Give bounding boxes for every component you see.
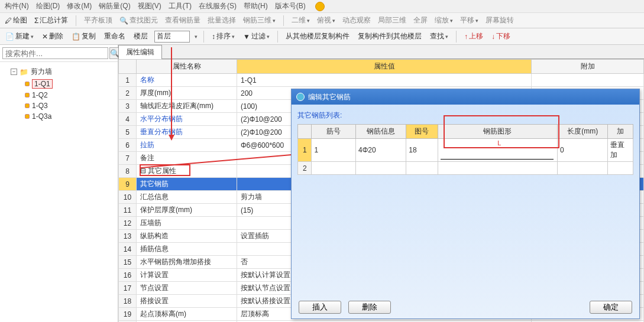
tb-2d[interactable]: 二维 ▾ [290,15,311,25]
tb-find[interactable]: 🔍 查找图元 [118,15,159,25]
tb-viewrebar[interactable]: 查看钢筋量 [164,15,202,25]
tree-item-q1[interactable]: 1-Q1 [2,78,115,90]
dot-icon [25,93,30,97]
menu-help[interactable]: 帮助(H) [244,1,268,11]
dlg-col-num [298,125,312,139]
tb-rename[interactable]: 重命名 [102,31,127,41]
insert-button[interactable]: 插入 [299,301,341,314]
search-input[interactable] [2,47,108,59]
menu-tools[interactable]: 工具(T) [169,1,192,11]
face-icon[interactable] [315,2,325,11]
rebar-row[interactable]: 2 [298,162,633,175]
ok-button[interactable]: 确定 [590,301,632,314]
tb-filter[interactable]: ▼ 过滤 ▾ [241,31,271,41]
app-icon [296,93,305,101]
menu-rebar[interactable]: 钢筋量(Q) [99,1,130,11]
menu-version[interactable]: 版本号(B) [275,1,306,11]
dlg-col-fig: 图号 [406,125,438,139]
floor-label: 楼层 [132,31,150,41]
dlg-col-code: 筋号 [312,125,356,139]
tb-delete[interactable]: ✕ 删除 [40,31,65,41]
menu-modify[interactable]: 修改(M) [67,1,92,11]
tb-dyn[interactable]: 动态观察 [341,15,372,25]
menu-component[interactable]: 构件(N) [5,1,29,11]
rebar-table: 筋号 钢筋信息 图号 钢筋图形 长度(mm) 加 114Φ2018L0垂直加2 [297,124,633,175]
tb-top[interactable]: 俯视 ▾ [316,15,336,25]
tb-batch[interactable]: 批量选择 [206,15,237,25]
tb-level[interactable]: 平齐板顶 [83,15,114,25]
rebar-list-label: 其它钢筋列表: [297,110,633,121]
dlg-col-shape: 钢筋图形 [438,125,558,139]
tb-new[interactable]: 📄 新建 ▾ [4,31,35,41]
dot-icon [25,103,30,108]
menu-draw[interactable]: 绘图(D) [36,1,60,11]
tb-rebar3d[interactable]: 钢筋三维 ▾ [242,15,277,25]
property-row[interactable]: 1名称1-Q1 [119,74,644,87]
minus-icon[interactable]: − [11,69,17,75]
menu-online[interactable]: 在线服务(S) [199,1,237,11]
tb-sum[interactable]: Σ 汇总计算 [33,15,69,25]
tb-copy[interactable]: 📋 复制 [70,31,98,41]
tb-up[interactable]: ↑ 上移 [462,31,485,41]
tb-sort[interactable]: ↕ 排序 ▾ [210,31,237,41]
edit-other-rebar-dialog: 编辑其它钢筋 其它钢筋列表: 筋号 钢筋信息 图号 钢筋图形 长度(mm) 加 … [291,89,640,319]
menu-view[interactable]: 视图(V) [138,1,161,11]
component-tree-panel: 🔍 − 📁 剪力墙 1-Q1 1-Q2 1-Q3 1-Q3a [0,45,118,322]
tb-full[interactable]: 全屏 [412,15,429,25]
dlg-col-ext: 加 [608,125,633,139]
col-extra: 附加 [532,60,644,74]
dot-icon [25,114,30,119]
tb-draw[interactable]: 🖊 绘图 [4,15,28,25]
dlg-col-info: 钢筋信息 [356,125,406,139]
rebar-row[interactable]: 114Φ2018L0垂直加 [298,139,633,162]
tb-copyto[interactable]: 复制构件到其他楼层 [356,31,423,41]
folder-icon: 📁 [20,68,28,76]
menu-bar: 构件(N) 绘图(D) 修改(M) 钢筋量(Q) 视图(V) 工具(T) 在线服… [0,0,644,13]
tree-root[interactable]: − 📁 剪力墙 [2,66,115,78]
toolbar-edit: 📄 新建 ▾ ✕ 删除 📋 复制 重命名 楼层 首层▾ ↕ 排序 ▾ ▼ 过滤 … [0,28,644,45]
dialog-title-bar[interactable]: 编辑其它钢筋 [292,89,639,105]
tb-rotate[interactable]: 屏幕旋转 [484,15,515,25]
tree-item-q3[interactable]: 1-Q3 [2,100,115,111]
tab-properties[interactable]: 属性编辑 [118,45,162,59]
tb-copyfrom[interactable]: 从其他楼层复制构件 [284,31,351,41]
col-value: 属性值 [237,60,532,74]
tb-search[interactable]: 查找 ▾ [428,31,450,41]
tree-item-q3a[interactable]: 1-Q3a [2,111,115,122]
tb-local3d[interactable]: 局部三维 [377,15,407,25]
tree-item-q2[interactable]: 1-Q2 [2,90,115,100]
tb-down[interactable]: ↓ 下移 [490,31,512,41]
col-num [119,60,137,74]
floor-select[interactable]: 首层 [154,31,190,43]
delete-button[interactable]: 删除 [348,301,391,314]
tb-zoom[interactable]: 缩放 ▾ [433,15,454,25]
tb-pan[interactable]: 平移 ▾ [459,15,480,25]
col-name: 属性名称 [137,60,237,74]
dlg-col-len: 长度(mm) [558,125,608,139]
dot-icon [25,82,30,86]
toolbar-view: 🖊 绘图 Σ 汇总计算 平齐板顶 🔍 查找图元 查看钢筋量 批量选择 钢筋三维 … [0,13,644,28]
